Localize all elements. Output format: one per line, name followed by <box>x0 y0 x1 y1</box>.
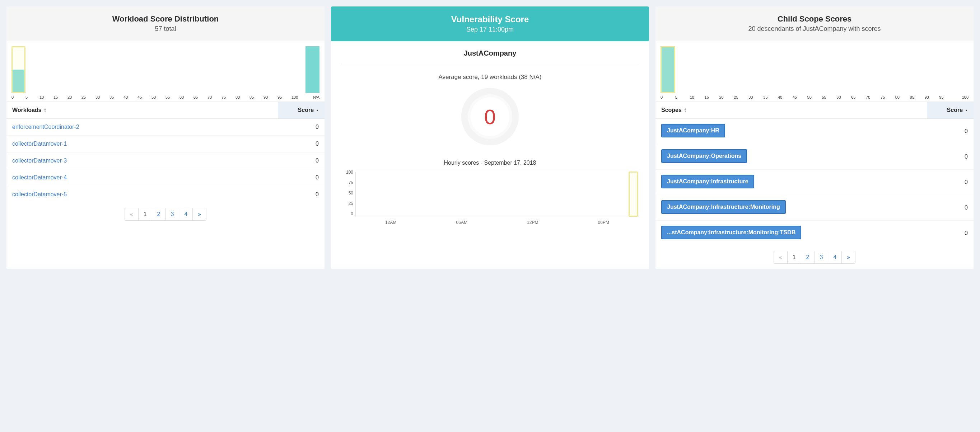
histogram-bar[interactable] <box>660 46 675 93</box>
histogram-bar[interactable] <box>792 46 807 93</box>
histogram-bar[interactable] <box>221 46 235 93</box>
histogram-bar[interactable] <box>690 46 705 93</box>
hourly-highlight-marker <box>628 172 638 217</box>
histogram-bar[interactable] <box>194 46 207 93</box>
histogram-bar[interactable] <box>264 46 277 93</box>
page-button[interactable]: 1 <box>138 208 152 221</box>
histogram-bar[interactable] <box>291 46 305 93</box>
histogram-bar[interactable] <box>110 46 124 93</box>
histogram-bar[interactable] <box>881 46 895 93</box>
histogram-bar[interactable] <box>250 46 264 93</box>
workload-link[interactable]: collectorDatamover-1 <box>12 141 272 147</box>
histogram-bar[interactable] <box>180 46 194 93</box>
histogram-bar[interactable] <box>837 46 851 93</box>
table-row: JustACompany:Operations0 <box>655 144 974 170</box>
histogram-bar[interactable] <box>675 46 690 93</box>
score-value: 0 <box>272 141 319 147</box>
histogram-bar[interactable] <box>305 46 320 93</box>
histogram-bar[interactable] <box>11 46 25 93</box>
page-button[interactable]: 1 <box>787 251 801 264</box>
sort-asc-icon: ▲ <box>316 109 319 111</box>
scope-chip[interactable]: ...stACompany:Infrastructure:Monitoring:… <box>661 226 801 239</box>
page-button[interactable]: 4 <box>828 251 842 264</box>
column-header-score[interactable]: Score ▲ <box>927 102 974 118</box>
workload-link[interactable]: collectorDatamover-3 <box>12 157 272 164</box>
column-header-scopes[interactable]: Scopes ▲▼ <box>655 102 927 118</box>
page-button[interactable]: 4 <box>179 208 193 221</box>
table-row: JustACompany:HR0 <box>655 119 974 144</box>
page-button[interactable]: 3 <box>165 208 180 221</box>
scope-chip[interactable]: JustACompany:HR <box>661 124 725 137</box>
histogram-x-ticks: 0510152025303540455055606570758085909510… <box>11 95 320 99</box>
table-row: enforcementCoordinator-20 <box>6 119 325 136</box>
score-value: 0 <box>921 179 968 186</box>
histogram-bar[interactable] <box>866 46 881 93</box>
page-button[interactable]: » <box>842 251 856 264</box>
score-value: 0 <box>272 157 319 164</box>
histogram-bar[interactable] <box>207 46 221 93</box>
column-label: Score <box>298 107 314 113</box>
child-scope-scores-panel: Child Scope Scores 20 descendants of Jus… <box>655 6 974 269</box>
histogram-bar[interactable] <box>40 46 54 93</box>
workloads-table-body: enforcementCoordinator-20collectorDatamo… <box>6 119 325 203</box>
table-row: JustACompany:Infrastructure:Monitoring0 <box>655 195 974 221</box>
histogram-bar[interactable] <box>719 46 734 93</box>
histogram-bar[interactable] <box>748 46 763 93</box>
histogram-bar[interactable] <box>807 46 822 93</box>
histogram-bar[interactable] <box>734 46 748 93</box>
histogram-bar[interactable] <box>954 46 969 93</box>
panel-title: Child Scope Scores <box>663 14 966 24</box>
table-row: ...stACompany:Infrastructure:Monitoring:… <box>655 221 974 246</box>
histogram-bar[interactable] <box>165 46 180 93</box>
histogram-bar[interactable] <box>235 46 250 93</box>
scope-chip[interactable]: JustACompany:Operations <box>661 149 747 163</box>
vulnerability-score-panel: Vulnerability Score Sep 17 11:00pm JustA… <box>331 6 649 269</box>
histogram-bar[interactable] <box>137 46 151 93</box>
page-button: « <box>124 208 138 221</box>
workload-link[interactable]: enforcementCoordinator-2 <box>12 124 272 130</box>
page-button[interactable]: » <box>192 208 207 221</box>
scope-chip[interactable]: JustACompany:Infrastructure <box>661 175 754 188</box>
score-value: 0 <box>921 230 968 237</box>
panel-subtitle: 57 total <box>14 25 317 33</box>
page-button[interactable]: 2 <box>152 208 166 221</box>
page-button: « <box>773 251 788 264</box>
histogram-bar[interactable] <box>54 46 67 93</box>
table-row: collectorDatamover-10 <box>6 136 325 152</box>
score-value: 0 <box>272 191 319 198</box>
histogram-bar[interactable] <box>924 46 939 93</box>
workload-link[interactable]: collectorDatamover-4 <box>12 175 272 181</box>
scope-chip[interactable]: JustACompany:Infrastructure:Monitoring <box>661 200 786 214</box>
histogram-bar[interactable] <box>67 46 81 93</box>
histogram-bar[interactable] <box>778 46 792 93</box>
column-label: Workloads <box>12 107 41 113</box>
histogram-bar[interactable] <box>895 46 910 93</box>
histogram-bar[interactable] <box>939 46 954 93</box>
workload-link[interactable]: collectorDatamover-5 <box>12 191 272 198</box>
page-button[interactable]: 2 <box>801 251 815 264</box>
panel-title: Vulnerability Score <box>338 14 642 24</box>
table-row: collectorDatamover-40 <box>6 169 325 186</box>
histogram-bar[interactable] <box>81 46 95 93</box>
panel-header: Child Scope Scores 20 descendants of Jus… <box>655 6 974 41</box>
hourly-chart[interactable]: 1007550250 12AM06AM12PM06PM <box>341 170 639 224</box>
histogram-bar[interactable] <box>851 46 866 93</box>
histogram-bar[interactable] <box>95 46 110 93</box>
panel-title: Workload Score Distribution <box>14 14 317 24</box>
histogram-bar[interactable] <box>822 46 837 93</box>
histogram-bar[interactable] <box>705 46 719 93</box>
column-header-workloads[interactable]: Workloads ▲▼ <box>6 102 278 118</box>
histogram-bar[interactable] <box>763 46 778 93</box>
column-header-score[interactable]: Score ▲ <box>278 102 325 118</box>
histogram-bar[interactable] <box>910 46 925 93</box>
scope-histogram[interactable] <box>660 46 969 93</box>
panel-subtitle: Sep 17 11:00pm <box>338 26 642 33</box>
histogram-bar[interactable] <box>277 46 291 93</box>
histogram-bar[interactable] <box>151 46 165 93</box>
page-button[interactable]: 3 <box>815 251 829 264</box>
hourly-chart-title: Hourly scores - September 17, 2018 <box>341 160 639 166</box>
scopes-table-body: JustACompany:HR0JustACompany:Operations0… <box>655 119 974 246</box>
histogram-bar[interactable] <box>25 46 40 93</box>
workload-histogram[interactable] <box>11 46 320 93</box>
histogram-bar[interactable] <box>124 46 137 93</box>
